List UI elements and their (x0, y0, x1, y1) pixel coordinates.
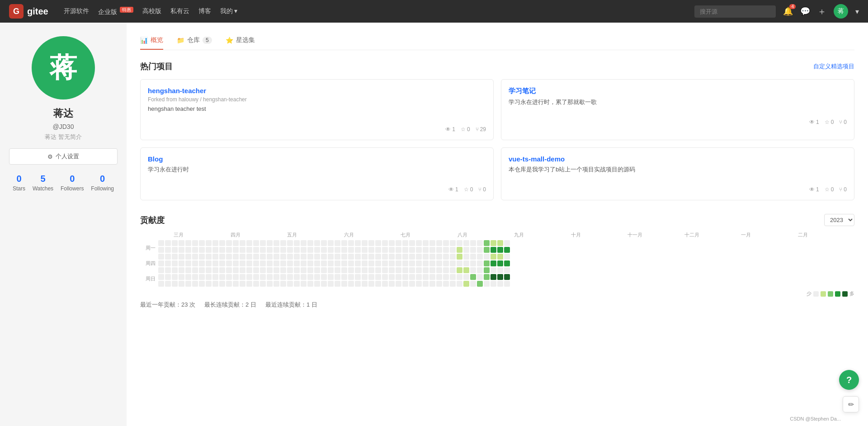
day-cell (335, 281, 340, 287)
nav-link-private-cloud[interactable]: 私有云 (170, 7, 189, 15)
day-cell (335, 260, 340, 266)
repo-icon: 📁 (177, 37, 184, 44)
day-cell (457, 254, 462, 260)
nav-link-enterprise[interactable]: 企业版 特惠 (98, 7, 133, 16)
day-cell (219, 274, 225, 280)
day-cell (274, 247, 279, 253)
day-cell (185, 267, 191, 273)
tab-stars[interactable]: ⭐ 星选集 (226, 32, 255, 50)
day-cell (355, 267, 361, 273)
day-cell (463, 260, 469, 266)
day-cell (402, 260, 408, 266)
nav-link-blog[interactable]: 博客 (198, 7, 211, 15)
day-cell (491, 260, 496, 266)
day-cell (368, 260, 374, 266)
day-cell (219, 247, 225, 253)
tab-overview[interactable]: 📊 概览 (140, 32, 163, 50)
legend-less-label: 少 (807, 290, 811, 297)
project-meta-1: 👁 1 ☆ 0 ⑂ 0 (509, 119, 847, 125)
day-cell (219, 281, 225, 287)
day-cell (240, 260, 245, 266)
nav-right: 🔔 4 💬 ＋ 蒋 ▾ (694, 4, 859, 19)
day-cell (463, 247, 469, 253)
day-cell (219, 240, 225, 246)
help-button[interactable]: ? (839, 370, 859, 390)
avatar-dropdown-arrow[interactable]: ▾ (855, 7, 859, 16)
day-cell (348, 267, 354, 273)
day-cell (429, 274, 435, 280)
star-icon: ⭐ (226, 37, 233, 44)
day-cell (314, 240, 320, 246)
project-card-2[interactable]: Blog 学习永在进行时 👁 1 ☆ 0 ⑂ 0 (140, 147, 494, 200)
day-cell (165, 260, 171, 266)
day-cell (429, 247, 435, 253)
recent-streak: 最近连续贡献：1 日 (265, 301, 317, 309)
day-cell (484, 274, 490, 280)
project-card-3[interactable]: vue-ts-mall-demo 本仓库是我学习了b站上一个项目实战项目的源码 … (501, 147, 854, 200)
customize-projects-link[interactable]: 自定义精选项目 (813, 62, 854, 71)
day-cell (457, 267, 462, 273)
stat-watches[interactable]: 5 Watches (33, 174, 53, 192)
project-name-0: hengshan-teacher (148, 87, 486, 95)
day-cell (504, 281, 510, 287)
day-cell (355, 247, 361, 253)
stat-stars[interactable]: 0 Stars (13, 174, 25, 192)
stat-followers[interactable]: 0 Followers (61, 174, 84, 192)
month-may: 五月 (287, 232, 344, 238)
day-cell (396, 247, 401, 253)
tab-repos[interactable]: 📁 仓库 5 (177, 32, 212, 50)
search-input[interactable] (694, 5, 776, 18)
project-card-0[interactable]: hengshan-teacher Forked from halouwy / h… (140, 79, 494, 140)
main-content: 📊 概览 📁 仓库 5 ⭐ 星选集 热门项目 自定义精选项目 hengshan-… (127, 23, 868, 426)
nav-link-open-source[interactable]: 开源软件 (64, 7, 89, 15)
project-card-1[interactable]: 学习笔记 学习永在进行时，累了那就歇一歌 👁 1 ☆ 0 ⑂ 0 (501, 79, 854, 140)
day-cell (179, 267, 184, 273)
day-cell (396, 254, 401, 260)
day-cell (246, 260, 252, 266)
day-cell (253, 281, 259, 287)
day-cell (246, 240, 252, 246)
month-dec: 十二月 (684, 232, 741, 238)
day-cell (341, 267, 347, 273)
stat-following[interactable]: 0 Following (91, 174, 114, 192)
settings-button[interactable]: ⚙ 个人设置 (9, 148, 118, 165)
day-cell (362, 281, 368, 287)
day-cell (206, 254, 212, 260)
day-cell (314, 281, 320, 287)
day-cell (463, 281, 469, 287)
day-cell (389, 254, 395, 260)
nav-link-edu[interactable]: 高校版 (142, 7, 161, 15)
user-avatar[interactable]: 蒋 (834, 4, 848, 19)
day-cell (443, 247, 449, 253)
year-select[interactable]: 2023 2022 2021 (824, 214, 854, 226)
day-cell (301, 281, 307, 287)
edit-button[interactable]: ✏ (843, 396, 859, 412)
plus-icon[interactable]: ＋ (817, 5, 826, 18)
day-cell (158, 247, 164, 253)
day-cell (185, 240, 191, 246)
day-cell (307, 247, 313, 253)
day-cell (470, 274, 476, 280)
legend-cell-3 (835, 291, 840, 297)
day-cell (253, 254, 259, 260)
notification-bell[interactable]: 🔔 4 (783, 6, 793, 16)
project-desc-3: 本仓库是我学习了b站上一个项目实战项目的源码 (509, 166, 847, 179)
month-sep: 九月 (514, 232, 571, 238)
day-cell (484, 267, 490, 273)
day-cell (463, 267, 469, 273)
day-cell (416, 274, 422, 280)
day-cell (260, 254, 266, 260)
day-cell (477, 240, 483, 246)
message-icon[interactable]: 💬 (800, 6, 810, 16)
nav-link-mine[interactable]: 我的 ▾ (220, 7, 238, 15)
logo[interactable]: G gitee (9, 4, 48, 19)
day-cell (267, 274, 273, 280)
day-cell (206, 274, 212, 280)
day-cell (368, 281, 374, 287)
day-cell (396, 274, 401, 280)
day-cell (348, 240, 354, 246)
day-cell (368, 267, 374, 273)
day-cell (470, 247, 476, 253)
star-count-1: ☆ 0 (825, 119, 834, 125)
day-cell (409, 247, 415, 253)
